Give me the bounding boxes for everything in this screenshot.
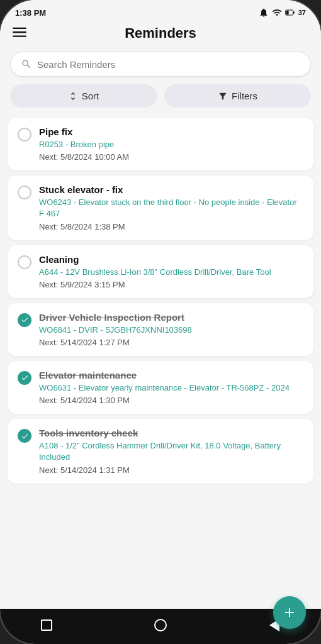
reminder-link[interactable]: R0253 - Broken pipe [39, 139, 303, 150]
reminder-card[interactable]: Pipe fixR0253 - Broken pipeNext: 5/8/202… [8, 118, 313, 170]
reminder-link[interactable]: A644 - 12V Brushless Li-Ion 3/8" Cordles… [39, 267, 303, 278]
reminder-title: Stuck elevator - fix [39, 184, 303, 195]
reminder-content: Driver Vehicle Inspection ReportWO6841 -… [39, 312, 303, 347]
battery-percent: 37 [298, 9, 306, 16]
reminder-checkbox[interactable] [18, 371, 31, 385]
reminder-link[interactable]: WO6631 - Elevator yearly maintenance - E… [39, 382, 303, 394]
reminder-link[interactable]: WO6841 - DVIR - 5JGBH76JXNNI103698 [39, 325, 303, 336]
status-time: 1:38 PM [15, 8, 46, 18]
header: Reminders [0, 23, 321, 49]
reminder-card[interactable]: CleaningA644 - 12V Brushless Li-Ion 3/8"… [8, 245, 313, 298]
nav-home-button[interactable] [152, 616, 169, 634]
menu-icon[interactable] [13, 25, 26, 42]
nav-square-icon [41, 619, 52, 631]
filters-button[interactable]: Filters [164, 84, 311, 108]
svg-rect-3 [13, 28, 26, 29]
reminder-content: Tools inventory checkA108 - 1/2" Cordles… [39, 428, 303, 474]
reminder-title: Tools inventory check [39, 428, 303, 438]
screen: 1:38 PM 37 [0, 0, 321, 644]
reminder-date: Next: 5/8/2024 1:38 PM [39, 222, 303, 231]
filter-icon [218, 91, 228, 101]
add-reminder-fab[interactable] [273, 596, 306, 629]
battery-icon [285, 8, 295, 18]
reminder-content: Stuck elevator - fixWO6243 - Elevator st… [39, 184, 303, 231]
reminder-date: Next: 5/8/2024 10:00 AM [39, 152, 303, 162]
reminder-date: Next: 5/14/2024 1:31 PM [39, 465, 303, 475]
reminder-title: Pipe fix [39, 126, 303, 137]
checkbox-checked [18, 313, 31, 327]
reminder-content: CleaningA644 - 12V Brushless Li-Ion 3/8"… [39, 254, 303, 289]
search-container [0, 49, 321, 84]
reminders-list: Pipe fixR0253 - Broken pipeNext: 5/8/202… [0, 115, 321, 609]
reminder-card[interactable]: Tools inventory checkA108 - 1/2" Cordles… [8, 419, 313, 483]
svg-rect-5 [13, 36, 26, 37]
plus-icon [282, 605, 297, 620]
reminder-checkbox[interactable] [18, 186, 31, 199]
nav-square-button[interactable] [38, 616, 55, 634]
status-bar: 1:38 PM 37 [0, 0, 321, 23]
reminder-checkbox[interactable] [18, 429, 31, 443]
filters-label: Filters [232, 91, 257, 101]
sort-icon [68, 91, 78, 101]
checkbox-empty [18, 128, 31, 142]
filter-bar: Sort Filters [0, 84, 321, 115]
reminder-link[interactable]: WO6243 - Elevator stuck on the third flo… [39, 197, 303, 219]
checkbox-empty [18, 255, 31, 269]
reminder-checkbox[interactable] [18, 313, 31, 327]
reminder-content: Elevator maintenanceWO6631 - Elevator ye… [39, 370, 303, 405]
reminder-card[interactable]: Elevator maintenanceWO6631 - Elevator ye… [8, 361, 313, 414]
reminder-date: Next: 5/9/2024 3:15 PM [39, 280, 303, 289]
sort-button[interactable]: Sort [10, 84, 157, 108]
reminder-checkbox[interactable] [18, 128, 31, 142]
status-icons: 37 [259, 8, 306, 18]
checkbox-empty [18, 186, 31, 199]
reminder-card[interactable]: Stuck elevator - fixWO6243 - Elevator st… [8, 175, 313, 240]
search-icon [21, 58, 32, 70]
reminder-card[interactable]: Driver Vehicle Inspection ReportWO6841 -… [8, 303, 313, 356]
phone-frame: 1:38 PM 37 [0, 0, 321, 644]
reminder-link[interactable]: A108 - 1/2" Cordless Hammer Drill/Driver… [39, 440, 303, 463]
reminder-title: Driver Vehicle Inspection Report [39, 312, 303, 323]
svg-rect-1 [286, 11, 288, 14]
svg-rect-2 [293, 11, 294, 13]
reminder-title: Cleaning [39, 254, 303, 265]
nav-circle-icon [154, 619, 167, 631]
reminder-date: Next: 5/14/2024 1:27 PM [39, 338, 303, 347]
wifi-icon [272, 8, 282, 18]
search-input[interactable] [37, 59, 300, 70]
notification-icon [259, 8, 269, 18]
reminder-date: Next: 5/14/2024 1:30 PM [39, 396, 303, 405]
checkbox-checked [18, 429, 31, 443]
reminder-title: Elevator maintenance [39, 370, 303, 380]
svg-rect-4 [13, 31, 26, 33]
sort-label: Sort [82, 91, 99, 101]
reminder-content: Pipe fixR0253 - Broken pipeNext: 5/8/202… [39, 126, 303, 162]
checkbox-checked [18, 371, 31, 385]
page-title: Reminders [125, 25, 196, 42]
search-bar[interactable] [10, 52, 311, 77]
reminder-checkbox[interactable] [18, 255, 31, 269]
